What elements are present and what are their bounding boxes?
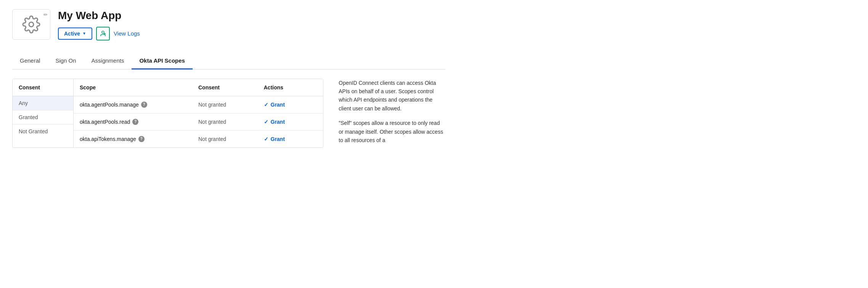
col-consent-header: Consent (192, 79, 258, 96)
grant-link-2[interactable]: Grant (271, 136, 285, 142)
info-paragraph-1: OpenID Connect clients can access Okta A… (339, 79, 445, 113)
person-icon (100, 30, 106, 37)
person-icon-button[interactable] (96, 27, 110, 40)
app-header: ✏ My Web App Active ▼ (12, 9, 445, 40)
scope-consent-1: Not granted (192, 113, 258, 130)
consent-filter-granted[interactable]: Granted (13, 110, 73, 125)
scope-name-0: okta.agentPools.manage ? (74, 96, 192, 113)
scopes-column: Scope Consent Actions okta.agentPools.ma… (74, 79, 323, 147)
tab-okta-api-scopes[interactable]: Okta API Scopes (132, 53, 193, 70)
grant-link-1[interactable]: Grant (271, 119, 285, 125)
consent-filter-any[interactable]: Any (13, 96, 73, 110)
table-layout: Consent Any Granted Not Granted Scope Co… (12, 79, 323, 148)
scope-name-1: okta.agentPools.read ? (74, 113, 192, 130)
tab-general[interactable]: General (12, 53, 48, 70)
svg-point-1 (102, 31, 104, 33)
info-paragraph-2: "Self" scopes allow a resource to only r… (339, 119, 445, 144)
scope-actions-2: ✓ Grant (258, 131, 323, 147)
help-icon-0[interactable]: ? (141, 102, 147, 108)
app-info: My Web App Active ▼ View Logs (58, 9, 140, 40)
scope-actions-1: ✓ Grant (258, 113, 323, 130)
scope-name-2: okta.apiTokens.manage ? (74, 131, 192, 147)
status-label: Active (64, 31, 80, 37)
tabs-container: General Sign On Assignments Okta API Sco… (12, 53, 445, 70)
info-panel: OpenID Connect clients can access Okta A… (339, 79, 445, 148)
scope-consent-0: Not granted (192, 96, 258, 113)
page-container: ✏ My Web App Active ▼ (0, 0, 458, 157)
table-section: Consent Any Granted Not Granted Scope Co… (12, 79, 323, 148)
check-icon-1: ✓ (264, 119, 268, 125)
svg-point-0 (29, 22, 34, 27)
check-icon-0: ✓ (264, 102, 268, 108)
dropdown-arrow-icon: ▼ (82, 31, 86, 36)
help-icon-2[interactable]: ? (138, 136, 145, 142)
app-logo: ✏ (12, 9, 50, 40)
scope-consent-2: Not granted (192, 131, 258, 147)
table-row: okta.apiTokens.manage ? Not granted ✓ Gr… (74, 131, 323, 147)
status-button[interactable]: Active ▼ (58, 28, 92, 40)
col-actions-header: Actions (258, 79, 323, 96)
consent-filter-not-granted[interactable]: Not Granted (13, 125, 73, 138)
view-logs-link[interactable]: View Logs (114, 30, 140, 37)
app-actions: Active ▼ View Logs (58, 27, 140, 40)
consent-filter-column: Consent Any Granted Not Granted (13, 79, 74, 147)
gear-icon (22, 15, 40, 34)
tabs: General Sign On Assignments Okta API Sco… (12, 53, 445, 69)
app-title: My Web App (58, 9, 140, 22)
tab-sign-on[interactable]: Sign On (48, 53, 84, 70)
table-row: okta.agentPools.read ? Not granted ✓ Gra… (74, 113, 323, 131)
scopes-header-row: Scope Consent Actions (74, 79, 323, 96)
help-icon-1[interactable]: ? (132, 119, 138, 125)
edit-icon[interactable]: ✏ (43, 12, 48, 18)
tab-assignments[interactable]: Assignments (84, 53, 132, 70)
grant-link-0[interactable]: Grant (271, 102, 285, 108)
scope-actions-0: ✓ Grant (258, 96, 323, 113)
consent-column-header: Consent (13, 79, 73, 96)
main-content: Consent Any Granted Not Granted Scope Co… (12, 79, 445, 148)
table-row: okta.agentPools.manage ? Not granted ✓ G… (74, 96, 323, 113)
check-icon-2: ✓ (264, 136, 268, 142)
col-scope-header: Scope (74, 79, 192, 96)
